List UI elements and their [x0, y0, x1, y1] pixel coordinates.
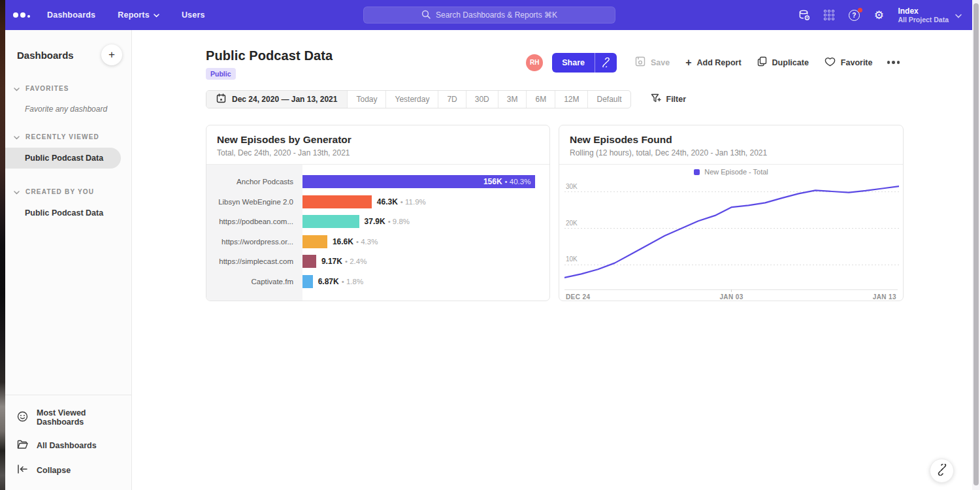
page-scrollbar[interactable] [972, 0, 980, 490]
folder-icon [17, 440, 28, 451]
collapse-sidebar-button[interactable]: Collapse [5, 458, 131, 482]
bar-row[interactable]: Captivate.fm6.87K• 1.8% [206, 272, 549, 292]
nav-item-dashboards[interactable]: Dashboards [47, 10, 95, 20]
preset-yesterday[interactable]: Yesterday [386, 91, 438, 108]
chart-title: New Episodes by Generator [217, 134, 539, 146]
preset-6m[interactable]: 6M [527, 91, 555, 108]
scrollbar-thumb[interactable] [973, 3, 979, 485]
bar-area: 6.87K• 1.8% [302, 272, 549, 292]
bar-category-label: https://simplecast.com [206, 257, 302, 265]
chart-title: New Episodes Found [570, 134, 892, 146]
avatar[interactable]: RH [526, 54, 543, 71]
x-tick-label: JAN 13 [873, 293, 896, 301]
all-dashboards-button[interactable]: All Dashboards [5, 433, 131, 458]
bar[interactable] [302, 275, 313, 288]
preset-12m[interactable]: 12M [555, 91, 588, 108]
floating-copy-link-button[interactable] [930, 459, 954, 483]
footer-item-label: Collapse [37, 466, 71, 475]
bar-value-label: 9.17K• 2.4% [321, 257, 367, 266]
date-range-button[interactable]: Dec 24, 2020 — Jan 13, 2021 [206, 91, 348, 108]
add-dashboard-button[interactable]: + [101, 44, 122, 65]
nav-item-reports[interactable]: Reports [118, 10, 159, 20]
title-block: Public Podcast Data Public [206, 48, 333, 80]
project-subtitle: All Project Data [898, 16, 949, 24]
project-switcher[interactable]: Index All Project Data [898, 7, 966, 24]
bar-value-label: 46.3K• 11.9% [377, 197, 426, 206]
preset-default[interactable]: Default [588, 91, 630, 108]
chevron-down-icon [14, 186, 20, 197]
nav-item-label: Users [182, 10, 205, 20]
mixpanel-logo-icon[interactable] [13, 10, 30, 20]
section-header-favorites[interactable]: FAVORITES [5, 82, 131, 94]
bar-area: 9.17K• 2.4% [302, 252, 549, 272]
favorite-button[interactable]: Favorite [817, 52, 881, 74]
sidebar-title: Dashboards [17, 50, 74, 61]
bar[interactable] [302, 215, 359, 228]
apps-grid-icon[interactable] [817, 0, 841, 30]
save-label: Save [651, 58, 670, 67]
sidebar-item-public-podcast-data[interactable]: Public Podcast Data [5, 203, 131, 223]
bar[interactable] [302, 235, 327, 248]
add-report-button[interactable]: + Add Report [678, 52, 749, 73]
y-tick-label: 10K [566, 255, 578, 263]
bar-row[interactable]: Anchor Podcasts156K• 40.3% [206, 172, 549, 192]
line-plot: 10K20K30K [564, 179, 899, 287]
bar-value-label: 6.87K• 1.8% [318, 277, 363, 286]
sidebar: Dashboards + FAVORITES Favorite any dash… [5, 30, 132, 490]
save-icon [635, 56, 645, 69]
sidebar-section-recently-viewed: RECENTLY VIEWED Public Podcast Data [5, 131, 131, 169]
bar-area: 37.9K• 9.8% [302, 212, 549, 232]
series-line[interactable] [564, 186, 899, 278]
bar-area: 46.3K• 11.9% [302, 192, 549, 212]
settings-gear-icon[interactable]: ⚙ [866, 0, 891, 30]
duplicate-icon [757, 56, 767, 69]
data-management-icon[interactable] [792, 0, 817, 30]
copy-share-link-button[interactable] [595, 53, 617, 73]
top-navbar: Dashboards Reports Users Search Dashboar… [5, 0, 972, 30]
preset-today[interactable]: Today [348, 91, 386, 108]
sidebar-section-created-by-you: CREATED BY YOU Public Podcast Data [5, 186, 131, 223]
bar-row[interactable]: Libsyn WebEngine 2.046.3K• 11.9% [206, 192, 549, 212]
add-report-label: Add Report [697, 58, 742, 67]
most-viewed-dashboards-button[interactable]: Most Viewed Dashboards [5, 402, 131, 433]
bar-row[interactable]: https://simplecast.com9.17K• 2.4% [206, 252, 549, 272]
help-icon[interactable]: ? [841, 0, 866, 30]
nav-item-users[interactable]: Users [182, 10, 205, 20]
section-label: RECENTLY VIEWED [25, 133, 99, 140]
section-header-recently-viewed[interactable]: RECENTLY VIEWED [5, 131, 131, 142]
footer-item-label: All Dashboards [37, 441, 97, 450]
search-input[interactable]: Search Dashboards & Reports ⌘K [363, 7, 615, 24]
filter-button[interactable]: Filter [651, 93, 687, 105]
duplicate-button[interactable]: Duplicate [749, 51, 817, 74]
chevron-down-icon [154, 14, 159, 18]
smiley-icon [17, 411, 28, 424]
bar-row[interactable]: https://podbean.com...37.9K• 9.8% [206, 212, 549, 232]
bar[interactable] [302, 195, 372, 208]
save-button[interactable]: Save [627, 51, 678, 74]
bar[interactable] [302, 255, 316, 268]
bar-area: 156K• 40.3% [302, 172, 549, 192]
navbar-right-controls: ? ⚙ Index All Project Data [792, 0, 966, 30]
main-content: Public Podcast Data Public RH Share [132, 30, 972, 490]
bar-category-label: Libsyn WebEngine 2.0 [206, 198, 302, 206]
chart-subtitle: Total, Dec 24th, 2020 - Jan 13th, 2021 [217, 148, 539, 157]
nav-item-label: Dashboards [47, 10, 95, 20]
bar[interactable]: 156K• 40.3% [302, 175, 535, 188]
project-name: Index [898, 7, 949, 16]
section-label: FAVORITES [25, 85, 69, 92]
section-header-created-by-you[interactable]: CREATED BY YOU [5, 186, 131, 197]
x-axis-tick-mark [731, 289, 732, 292]
preset-3m[interactable]: 3M [498, 91, 527, 108]
legend-new-episode-total[interactable]: New Episode - Total [559, 165, 903, 179]
chart-subtitle: Rolling (12 hours), total, Dec 24th, 202… [570, 148, 892, 157]
more-options-button[interactable] [881, 56, 904, 69]
share-button[interactable]: Share [552, 53, 595, 73]
bar-category-label: Captivate.fm [206, 278, 302, 286]
date-range-label: Dec 24, 2020 — Jan 13, 2021 [232, 95, 337, 104]
preset-7d[interactable]: 7D [438, 91, 466, 108]
bar-category-label: Anchor Podcasts [206, 178, 302, 186]
bar-row[interactable]: https://wordpress.or...16.6K• 4.3% [206, 232, 549, 252]
search-icon [421, 10, 431, 21]
sidebar-item-public-podcast-data[interactable]: Public Podcast Data [5, 148, 121, 169]
preset-30d[interactable]: 30D [466, 91, 498, 108]
